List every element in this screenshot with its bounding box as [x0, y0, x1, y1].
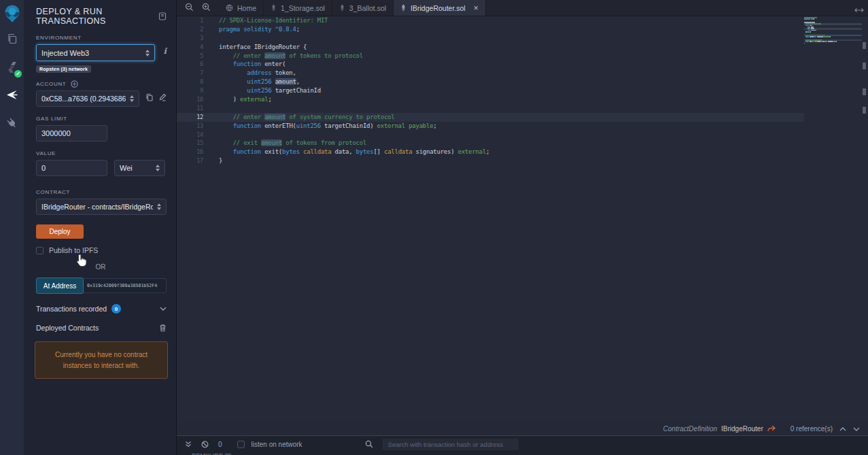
code-text: ) external; — [209, 95, 804, 104]
plugin-manager-icon[interactable] — [0, 112, 24, 135]
code-editor[interactable]: 1// SPDX-License-Identifier: MIT2pragma … — [177, 16, 868, 422]
code-line[interactable]: 17} — [177, 156, 804, 165]
line-number[interactable]: 6 — [177, 60, 209, 69]
code-text: address token, — [209, 69, 804, 78]
listen-network-label: listen on network — [251, 441, 302, 448]
code-line[interactable]: 1// SPDX-License-Identifier: MIT — [177, 16, 804, 25]
transactions-recorded-label: Transactions recorded — [36, 305, 107, 313]
code-line[interactable]: 6 function enter( — [177, 60, 804, 69]
line-number[interactable]: 3 — [177, 34, 209, 43]
code-line[interactable]: 3 — [177, 34, 804, 43]
code-text: function enterETH(uint256 targetChainId)… — [209, 122, 804, 131]
chevron-down-icon[interactable] — [853, 425, 860, 433]
code-line[interactable]: 10 ) external; — [177, 95, 804, 104]
transactions-count-badge: 0 — [111, 304, 121, 314]
trash-icon[interactable] — [159, 324, 167, 332]
line-number[interactable]: 15 — [177, 139, 209, 148]
tab-label: 1_Storage.sol — [281, 4, 325, 12]
value-input[interactable]: 0 — [36, 160, 107, 176]
code-line[interactable]: 15 // exit amount of tokens from protoco… — [177, 139, 804, 148]
docs-book-icon[interactable] — [158, 12, 167, 20]
line-number[interactable]: 9 — [177, 86, 209, 95]
line-number[interactable]: 14 — [177, 131, 209, 139]
select-stepper-icon — [145, 50, 150, 56]
horizontal-resize-icon[interactable] — [854, 3, 864, 16]
home-globe-icon — [226, 4, 233, 12]
solidity-compiler-icon[interactable]: ✓ — [0, 56, 24, 79]
at-address-button[interactable]: At Address — [36, 277, 84, 294]
code-line[interactable]: 2pragma solidity ^0.8.4; — [177, 25, 804, 34]
file-explorer-icon[interactable] — [0, 27, 24, 50]
line-number[interactable]: 2 — [177, 25, 209, 34]
minimap-line — [804, 43, 862, 44]
remix-logo-icon[interactable] — [0, 1, 24, 27]
zoom-out-icon[interactable] — [185, 2, 194, 14]
code-text: pragma solidity ^0.8.4; — [209, 25, 804, 34]
terminal-count: 0 — [218, 441, 222, 448]
code-text: } — [209, 156, 804, 165]
tab-bar: Home 1_Storage.sol 3_Ballot.sol IBridgeR… — [177, 0, 868, 16]
publish-ipfs-checkbox[interactable] — [36, 247, 44, 254]
code-line[interactable]: 8 uint256 amount, — [177, 78, 804, 86]
value-unit-select[interactable]: Wei — [114, 160, 165, 176]
line-number[interactable]: 17 — [177, 156, 209, 165]
code-line[interactable]: 9 uint256 targetChainId — [177, 86, 804, 95]
code-line[interactable]: 14 — [177, 131, 804, 139]
account-select[interactable]: 0xC58...a7636 (0.29436867 — [36, 90, 139, 107]
tab-label: Home — [237, 4, 256, 12]
terminal: 0 listen on network REMIX IDE 35 — [177, 435, 868, 455]
add-account-icon[interactable] — [71, 80, 78, 88]
copy-account-icon[interactable] — [145, 93, 153, 101]
line-number[interactable]: 8 — [177, 78, 209, 86]
transactions-recorded-row[interactable]: Transactions recorded 0 — [36, 304, 167, 314]
line-number[interactable]: 13 — [177, 122, 209, 131]
close-tab-icon[interactable]: × — [474, 4, 479, 12]
value-unit: Wei — [120, 164, 152, 172]
tab-home[interactable]: Home — [219, 0, 264, 16]
code-line[interactable]: 11 — [177, 104, 804, 113]
code-line[interactable]: 16 function exit(bytes calldata data, by… — [177, 148, 804, 156]
select-stepper-icon — [157, 203, 161, 210]
line-number[interactable]: 4 — [177, 43, 209, 52]
code-line[interactable]: 12 // enter amount of system currency to… — [177, 113, 804, 122]
code-text: // enter amount of tokens to protocol — [209, 52, 804, 61]
expand-terminal-icon[interactable] — [185, 441, 192, 448]
code-line[interactable]: 7 address token, — [177, 69, 804, 78]
overview-ruler-mark — [863, 88, 866, 95]
breadcrumb-node-name[interactable]: IBridgeRouter — [721, 425, 763, 433]
code-line[interactable]: 4interface IBridgeRouter { — [177, 43, 804, 52]
listen-network-checkbox[interactable] — [237, 441, 245, 448]
edit-account-icon[interactable] — [158, 93, 167, 101]
chevron-up-icon[interactable] — [839, 425, 846, 433]
code-line[interactable]: 5 // enter amount of tokens to protocol — [177, 52, 804, 61]
tab-3-ballot-sol[interactable]: 3_Ballot.sol — [332, 0, 394, 16]
value-label: VALUE — [36, 150, 167, 156]
goto-reference-icon[interactable] — [767, 425, 776, 432]
code-text: uint256 amount, — [209, 78, 804, 86]
references-count[interactable]: 0 reference(s) — [791, 425, 833, 433]
clear-console-icon[interactable] — [201, 441, 209, 448]
environment-info-icon[interactable]: i — [163, 46, 167, 56]
environment-select[interactable]: Injected Web3 — [36, 44, 155, 61]
code-text — [209, 34, 804, 43]
line-number[interactable]: 12 — [177, 113, 209, 122]
code-text: function exit(bytes calldata data, bytes… — [209, 148, 804, 156]
line-number[interactable]: 10 — [177, 95, 209, 104]
line-number[interactable]: 5 — [177, 52, 209, 61]
deploy-run-icon[interactable] — [0, 83, 24, 106]
tab-ibridgerouter-sol[interactable]: IBridgeRouter.sol × — [394, 0, 486, 16]
line-number[interactable]: 1 — [177, 16, 209, 25]
line-number[interactable]: 11 — [177, 104, 209, 113]
line-number[interactable]: 7 — [177, 69, 209, 78]
tab-1-storage-sol[interactable]: 1_Storage.sol — [264, 0, 332, 16]
gas-limit-input[interactable]: 3000000 — [36, 125, 107, 141]
zoom-in-icon[interactable] — [202, 2, 211, 14]
code-line[interactable]: 13 function enterETH(uint256 targetChain… — [177, 122, 804, 131]
chevron-down-icon[interactable] — [160, 307, 167, 311]
minimap[interactable] — [804, 17, 862, 99]
deploy-button[interactable]: Deploy — [36, 224, 84, 239]
terminal-search-input[interactable] — [383, 439, 519, 450]
line-number[interactable]: 16 — [177, 148, 209, 156]
at-address-input[interactable] — [84, 278, 167, 293]
contract-select[interactable]: IBridgeRouter - contracts/IBridgeRoute — [36, 199, 167, 215]
